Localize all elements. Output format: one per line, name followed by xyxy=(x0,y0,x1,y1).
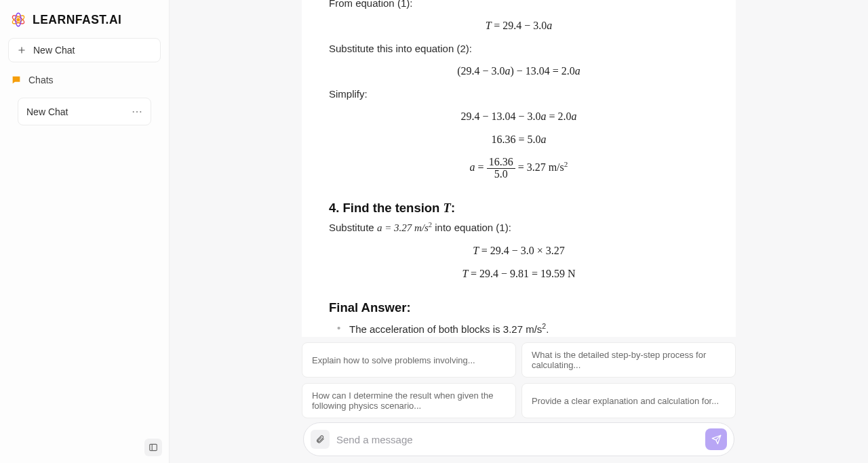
text-line: Simplify: xyxy=(329,88,709,100)
composer xyxy=(303,422,734,456)
prompt-card[interactable]: How can I determine the result when give… xyxy=(302,383,516,418)
message-input[interactable] xyxy=(336,434,698,445)
brand-row: LEARNFAST.AI xyxy=(8,8,161,38)
plus-icon xyxy=(17,45,26,55)
new-chat-button[interactable]: New Chat xyxy=(8,38,161,62)
heading-suffix: : xyxy=(451,201,455,215)
prompt-card[interactable]: Provide a clear explanation and calculat… xyxy=(521,383,736,418)
logo-icon xyxy=(9,11,27,28)
list-item: The acceleration of both blocks is 3.27 … xyxy=(337,322,709,335)
equation: T = 29.4 − 9.81 = 19.59 N xyxy=(329,262,709,285)
svg-point-0 xyxy=(16,18,20,21)
equation: T = 29.4 − 3.0a xyxy=(329,14,709,37)
content-scroll[interactable]: From equation (1): T = 29.4 − 3.0a Subst… xyxy=(170,0,868,337)
equation: (29.4 − 3.0a) − 13.04 = 2.0a xyxy=(329,60,709,83)
attach-button[interactable] xyxy=(311,430,330,449)
equation: 16.36 = 5.0a xyxy=(329,128,709,151)
final-answer-heading: Final Answer: xyxy=(329,300,709,315)
sidebar: LEARNFAST.AI New Chat Chats New Chat ⋯ xyxy=(0,0,170,463)
sidebar-chat-item[interactable]: New Chat ⋯ xyxy=(18,98,151,125)
new-chat-label: New Chat xyxy=(33,45,75,56)
chat-bubble-icon xyxy=(11,75,22,85)
section-heading: 4. Find the tension T: xyxy=(329,201,709,216)
brand-title: LEARNFAST.AI xyxy=(33,13,121,27)
equation: a = 16.365.0 = 3.27 m/s2 xyxy=(329,151,709,186)
send-button[interactable] xyxy=(705,428,727,450)
equation: 29.4 − 13.04 − 3.0a = 2.0a xyxy=(329,105,709,128)
main-area: From equation (1): T = 29.4 − 3.0a Subst… xyxy=(170,0,868,463)
equation: T = 29.4 − 3.0 × 3.27 xyxy=(329,239,709,262)
send-icon xyxy=(711,435,722,445)
math-inline: T xyxy=(443,201,451,215)
ellipsis-icon[interactable]: ⋯ xyxy=(132,105,142,118)
text-line: Substitute a = 3.27 m/s2 into equation (… xyxy=(329,221,709,234)
prompt-card[interactable]: Explain how to solve problems involving.… xyxy=(302,342,516,378)
answer-card: From equation (1): T = 29.4 − 3.0a Subst… xyxy=(302,0,736,337)
chats-label: Chats xyxy=(28,75,54,85)
svg-rect-4 xyxy=(150,444,157,450)
chat-item-label: New Chat xyxy=(26,106,68,117)
prompt-card[interactable]: What is the detailed step-by-step proces… xyxy=(521,342,736,378)
collapse-sidebar-button[interactable] xyxy=(144,439,162,456)
heading-prefix: 4. Find the tension xyxy=(329,201,443,215)
text-line: Substitute this into equation (2): xyxy=(329,43,709,54)
final-answer-list: The acceleration of both blocks is 3.27 … xyxy=(329,322,709,337)
paperclip-icon xyxy=(315,435,325,444)
text-line: From equation (1): xyxy=(329,0,709,9)
suggested-prompts: Explain how to solve problems involving.… xyxy=(302,342,736,418)
chats-section-header[interactable]: Chats xyxy=(8,69,161,91)
